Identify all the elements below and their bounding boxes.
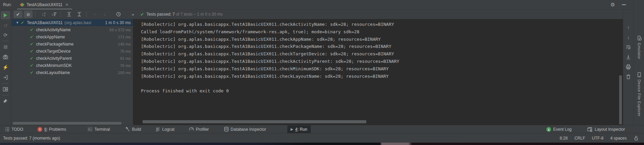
console-horizontal-scrollbar[interactable] xyxy=(143,120,366,123)
test-name: checkActivityParent xyxy=(36,56,72,61)
tool-window-logcat[interactable]: Logcat xyxy=(152,125,178,133)
profiler-gauge-icon xyxy=(189,127,194,132)
more-actions-icon[interactable]: » xyxy=(132,12,134,17)
play-icon xyxy=(4,13,7,17)
hide-window-icon[interactable] xyxy=(622,4,626,5)
test-duration: 145 ms xyxy=(118,42,133,46)
right-tool-window-stripe: Emulator Device File Explorer xyxy=(633,0,644,125)
test-name: checkActivityName xyxy=(36,28,70,32)
console-panel[interactable]: [Robolectric] org.aplas.basicappx.TestA1… xyxy=(133,19,623,125)
stripe-label: Device File Explorer xyxy=(637,79,641,116)
show-ignored-toggle[interactable]: ⊘ xyxy=(24,11,33,18)
tests-passed-check-icon: ✔ xyxy=(140,12,144,17)
tool-window-profiler[interactable]: Profiler xyxy=(186,125,212,133)
test-history-button[interactable] xyxy=(114,11,123,18)
test-passed-icon: ✔ xyxy=(20,20,25,25)
test-passed-icon: ✔ xyxy=(29,63,34,68)
console-line: [Robolectric] org.aplas.basicappx.TestA1… xyxy=(141,50,616,58)
import-test-results-button[interactable] xyxy=(1,74,10,81)
next-failed-test-button: ↓ xyxy=(100,11,109,18)
test-row[interactable]: ✔ checkMinimumSDK 76 ms xyxy=(12,62,133,69)
tool-window-bar-right: 1 Event Log Layout Inspector xyxy=(543,125,628,133)
stripe-button-device-file-explorer[interactable]: Device File Explorer xyxy=(634,72,644,116)
encoding-widget[interactable]: UTF-8 xyxy=(592,136,603,141)
check-icon: ✔ xyxy=(16,12,20,17)
auto-test-icon: ⟳ xyxy=(3,33,7,37)
stripe-label: Emulator xyxy=(637,43,641,59)
divider xyxy=(2,83,9,84)
event-log-button[interactable]: 1 Event Log xyxy=(543,125,575,133)
caret-position-widget[interactable]: 8:28 xyxy=(560,136,567,141)
indent-widget[interactable]: 4 spaces xyxy=(610,136,627,141)
test-row[interactable]: ✔ checkLayoutName 100 ms xyxy=(12,69,133,76)
import-icon xyxy=(3,75,8,80)
test-name: checkTargetDevice xyxy=(36,49,70,54)
test-row[interactable]: ✔ checkAppName 171 ms xyxy=(12,33,133,40)
tool-window-problems[interactable]: ! 6: Problems xyxy=(34,125,69,133)
rerun-failed-tests-button[interactable]: ↺ xyxy=(1,22,10,29)
toggle-auto-test-button[interactable]: ⟳ xyxy=(1,31,10,39)
chevron-down-icon[interactable]: ▾ xyxy=(15,20,20,25)
unlock-icon[interactable] xyxy=(633,135,639,141)
rerun-tests-button[interactable] xyxy=(1,12,10,19)
sort-alphabetically-button[interactable]: ↓ az xyxy=(39,11,48,18)
attach-debugger-button[interactable]: ⚡ xyxy=(1,64,10,71)
test-tree: ▾ ✔ TestA1BasicUIX011 (org.aplas.basi 1 … xyxy=(12,19,133,125)
arrow-up-icon: ↑ xyxy=(94,12,96,17)
tool-window-todo[interactable]: TODO xyxy=(1,125,27,133)
soft-wrap-button[interactable] xyxy=(624,43,632,51)
device-icon xyxy=(637,72,642,77)
tab-label: Logcat xyxy=(162,127,175,132)
expand-all-button[interactable] xyxy=(65,11,74,18)
scroll-down-button[interactable]: ↓ xyxy=(624,34,632,41)
test-row[interactable]: ✔ checkPackageName 145 ms xyxy=(12,40,133,48)
gear-icon[interactable]: ⚙ xyxy=(611,2,615,8)
collapse-all-icon xyxy=(77,12,82,17)
tests-passed-detail: of 7 tests – 1 m 0 s 30 ms xyxy=(176,12,223,17)
layout-icon xyxy=(3,87,8,92)
pin-tab-button[interactable] xyxy=(1,97,10,105)
tool-window-bar: TODO ! 6: Problems >_ Terminal Build Log… xyxy=(0,125,644,133)
line-ending-widget[interactable]: CRLF xyxy=(575,136,585,141)
tab-label: 6: Problems xyxy=(44,127,66,132)
test-suite-row[interactable]: ▾ ✔ TestA1BasicUIX011 (org.aplas.basi 1 … xyxy=(12,19,133,26)
clear-console-button[interactable] xyxy=(624,73,632,80)
test-passed-icon: ✔ xyxy=(29,35,34,39)
print-console-button[interactable] xyxy=(624,63,632,71)
layout-inspector-icon xyxy=(587,127,593,132)
restore-layout-button[interactable] xyxy=(1,86,10,93)
test-duration: 100 ms xyxy=(118,71,133,75)
run-tool-window: Run: TestA1BasicUIX011 ✕ ⚙ ↺ ⟳ ⚡ xyxy=(0,0,644,145)
tree-horizontal-scrollbar[interactable] xyxy=(13,122,122,125)
tool-window-run[interactable]: ▶ 4: Run xyxy=(287,125,311,133)
run-config-tab[interactable]: TestA1BasicUIX011 ✕ xyxy=(17,0,72,10)
event-count-badge: 1 xyxy=(546,127,551,132)
scroll-up-button[interactable]: ↑ xyxy=(624,24,632,31)
circle-slash-icon: ⊘ xyxy=(27,12,30,17)
test-row[interactable]: ✔ checkTargetDevice 75 ms xyxy=(12,48,133,55)
collapse-all-button[interactable] xyxy=(75,11,84,18)
test-passed-icon: ✔ xyxy=(29,49,34,54)
stripe-button-emulator[interactable]: Emulator xyxy=(634,35,644,59)
tool-window-terminal[interactable]: >_ Terminal xyxy=(84,125,113,133)
test-row[interactable]: ✔ checkActivityName 59 s 372 ms xyxy=(12,26,133,33)
tool-window-build[interactable]: Build xyxy=(122,125,145,133)
test-row[interactable]: ✔ checkActivityParent 91 ms xyxy=(12,55,133,62)
console-line: [Robolectric] org.aplas.basicappx.TestA1… xyxy=(141,21,616,28)
layout-inspector-button[interactable]: Layout Inspector xyxy=(584,125,628,133)
console-vertical-scrollbar[interactable] xyxy=(619,75,622,124)
tool-window-database-inspector[interactable]: Database Inspector xyxy=(221,125,270,133)
camera-icon xyxy=(3,54,8,60)
sort-duration-icon: ↓ xyxy=(51,12,57,17)
event-log-label: Event Log xyxy=(553,127,571,132)
expand-all-icon xyxy=(67,12,71,17)
header-actions: ⚙ xyxy=(611,0,626,10)
console-line: [Robolectric] org.aplas.basicappx.TestA1… xyxy=(141,43,616,50)
tab-label: Profiler xyxy=(196,127,209,132)
thread-dump-button[interactable] xyxy=(1,53,10,61)
stop-icon xyxy=(4,45,7,49)
scroll-to-end-button[interactable] xyxy=(624,53,632,61)
show-passed-toggle[interactable]: ✔ xyxy=(14,11,22,18)
close-icon[interactable]: ✕ xyxy=(65,2,69,7)
sort-by-duration-button[interactable]: ↓ xyxy=(49,11,58,18)
